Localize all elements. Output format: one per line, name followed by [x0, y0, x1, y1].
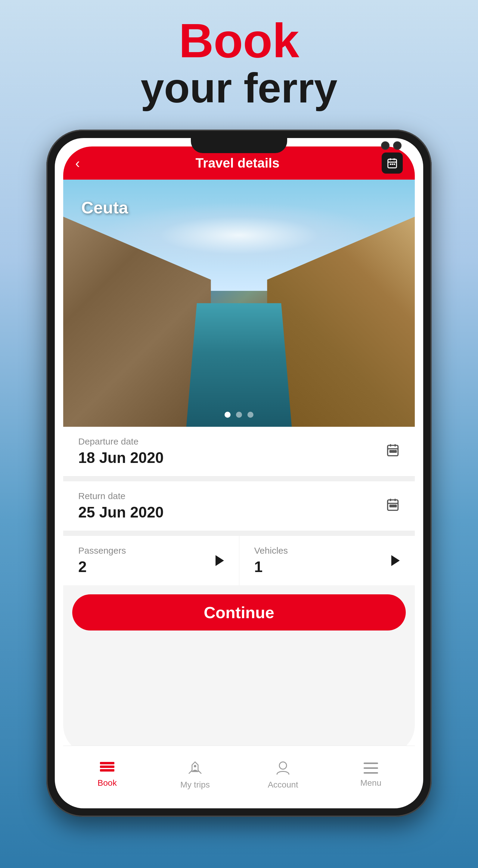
camera-lens-2: [393, 141, 402, 150]
phone-notch: [191, 138, 287, 153]
return-label: Return date: [78, 491, 164, 501]
hero-water: [186, 303, 292, 427]
back-button[interactable]: ‹: [75, 155, 93, 171]
camera-lens-1: [381, 141, 389, 150]
departure-label: Departure date: [78, 436, 164, 447]
carousel-dot-3[interactable]: [247, 412, 253, 418]
pax-vehicles-row: Passengers 2 Vehicles 1: [63, 536, 415, 585]
passengers-content: Passengers 2: [78, 546, 126, 576]
nav-label-account: Account: [268, 780, 298, 789]
header-title: Travel details: [93, 156, 382, 170]
bottom-nav: Book My trips Account: [63, 746, 415, 800]
svg-rect-20: [395, 505, 397, 507]
svg-rect-23: [100, 769, 114, 772]
nav-item-book[interactable]: Book: [63, 758, 151, 788]
destination-label: Ceuta: [81, 198, 128, 217]
phone-screen: ‹ Travel details Ceuta: [55, 138, 423, 808]
nav-item-account[interactable]: Account: [239, 756, 327, 789]
phone-cameras: [381, 138, 402, 153]
svg-rect-28: [364, 772, 378, 774]
svg-rect-27: [364, 767, 378, 769]
svg-rect-26: [364, 763, 378, 764]
nav-label-book: Book: [98, 778, 117, 788]
svg-rect-11: [390, 450, 391, 452]
my-trips-nav-icon: [186, 760, 203, 776]
calendar-icon: [386, 157, 398, 169]
passengers-label: Passengers: [78, 546, 126, 556]
svg-rect-22: [100, 766, 114, 768]
nav-label-menu: Menu: [360, 778, 381, 788]
menu-nav-icon: [363, 761, 379, 775]
return-date-field[interactable]: Return date 25 Jun 2020: [63, 481, 415, 531]
account-nav-icon: [275, 760, 292, 776]
carousel-dot-2[interactable]: [236, 412, 242, 418]
passengers-value: 2: [78, 558, 126, 576]
vehicles-content: Vehicles 1: [254, 546, 288, 576]
vehicles-label: Vehicles: [254, 546, 288, 556]
svg-rect-19: [392, 505, 394, 507]
vehicles-arrow-icon: [391, 555, 400, 566]
nav-item-menu[interactable]: Menu: [327, 758, 415, 788]
continue-label: Continue: [204, 603, 274, 622]
page-title-book: Book: [0, 17, 478, 65]
nav-label-my-trips: My trips: [180, 780, 210, 789]
svg-rect-6: [394, 164, 395, 165]
svg-rect-5: [391, 164, 393, 165]
passengers-field[interactable]: Passengers 2: [63, 536, 239, 585]
header-calendar-icon[interactable]: [382, 153, 403, 174]
page-title-area: Book your ferry: [0, 17, 478, 111]
date-divider: [63, 476, 415, 481]
nav-item-my-trips[interactable]: My trips: [151, 756, 239, 789]
return-value: 25 Jun 2020: [78, 504, 164, 521]
continue-button[interactable]: Continue: [72, 594, 406, 630]
departure-date-content: Departure date 18 Jun 2020: [78, 436, 164, 467]
svg-rect-12: [392, 450, 394, 452]
svg-rect-13: [395, 450, 397, 452]
page-title-rest: your ferry: [0, 65, 478, 111]
pax-divider: [63, 531, 415, 536]
svg-rect-21: [100, 762, 114, 764]
svg-point-25: [279, 762, 286, 769]
content-area: Departure date 18 Jun 2020: [63, 427, 415, 754]
return-date-content: Return date 25 Jun 2020: [78, 491, 164, 521]
hero-image: Ceuta: [63, 180, 415, 427]
svg-point-24: [194, 765, 196, 767]
carousel-dot-1[interactable]: [225, 412, 231, 418]
departure-calendar-icon[interactable]: [386, 443, 400, 460]
vehicles-value: 1: [254, 558, 288, 576]
svg-rect-18: [390, 505, 391, 507]
svg-rect-4: [390, 164, 391, 165]
vehicles-field[interactable]: Vehicles 1: [239, 536, 415, 585]
svg-rect-0: [388, 159, 397, 168]
departure-value: 18 Jun 2020: [78, 449, 164, 467]
phone-frame: ‹ Travel details Ceuta: [46, 130, 432, 817]
book-nav-icon: [99, 761, 115, 775]
carousel-dots: [225, 412, 253, 418]
return-calendar-icon[interactable]: [386, 498, 400, 515]
passengers-arrow-icon: [215, 555, 224, 566]
departure-date-field[interactable]: Departure date 18 Jun 2020: [63, 427, 415, 476]
